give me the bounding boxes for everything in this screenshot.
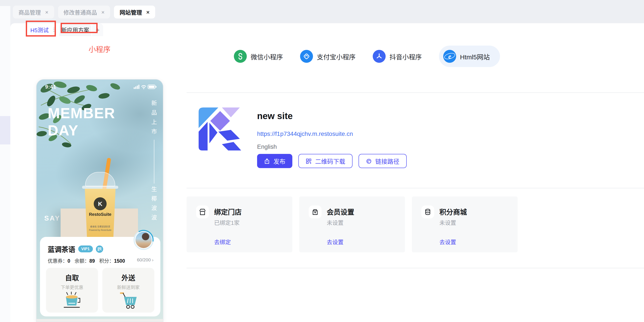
platform-html5[interactable]: e Html5网站 [439,46,500,67]
pickup-title: 自取 [46,272,98,282]
tab-edit-product[interactable]: 修改普通商品 × [58,6,110,18]
settings-cards: 绑定门店 已绑定1家 去绑定 会员设置 未设置 去设置 积分商城 未设置 去设置 [186,196,518,252]
tab-label: 修改普通商品 [64,8,97,16]
vip-badge: VIP1 [78,246,93,252]
card-status: 已绑定1家 [214,218,240,226]
annotation-box-new-plan [60,23,98,33]
card-bind-store: 绑定门店 已绑定1家 去绑定 [186,196,292,252]
platform-wechat[interactable]: 微信小程序 [234,50,283,63]
go-setup-link[interactable]: 去设置 [327,238,344,246]
douyin-mini-program-icon [373,50,386,63]
member-card: 蓝调茶语 VIP1 优惠券：0 余额：89 积分：1500 [40,237,160,316]
storefront-icon [196,206,209,218]
status-icons [134,84,157,90]
card-title: 会员设置 [327,206,354,217]
cart-illustration-icon [117,291,140,309]
avatar [136,232,152,248]
next-section-strip [36,319,163,322]
delivery-title: 外送 [102,272,154,282]
rail-selected-indicator [0,116,10,144]
qr-download-button[interactable]: 二维码下载 [298,154,352,168]
tab-site-management[interactable]: 网站管理 × [114,6,155,18]
bubble-tea-cup: K RestoSuite 睿食拓·生椰波波奶茶 Powered by Resto… [84,189,116,240]
phone-status-bar: 9:41 [36,84,163,90]
restosuite-logo [198,108,242,150]
go-bind-link[interactable]: 去绑定 [214,238,231,246]
site-name: new site [257,111,293,121]
platform-label: 支付宝小程序 [317,52,356,61]
cup-lid-rim [82,186,118,189]
divider [186,268,644,268]
annotation-box-h5 [26,21,56,36]
vertical-text-coconut: 生椰波波 [150,186,158,224]
tab-goods-management[interactable]: 商品管理 × [13,6,54,18]
qr-code-icon [306,158,312,164]
avatar-progress-ring[interactable] [133,229,154,251]
member-qr-icon[interactable] [96,245,103,252]
store-name: 蓝调茶语 [48,244,75,254]
publish-icon [264,158,270,164]
alipay-mini-program-icon [300,50,313,63]
card-title: 绑定门店 [214,206,242,217]
tab-list: 商品管理 × 修改普通商品 × 网站管理 × [13,6,155,18]
platform-selector: 微信小程序 支付宝小程序 抖音小程序 [234,46,500,67]
platform-alipay[interactable]: 支付宝小程序 [300,50,356,63]
platform-label: 微信小程序 [251,52,283,61]
platform-label: 抖音小程序 [390,52,422,61]
order-actions: 自取 下单更优惠 外送 新鲜送到家 [46,268,154,312]
cup-logo: K [94,197,106,210]
card-status: 未设置 [439,218,456,226]
platform-label: Html5网站 [460,52,490,61]
tab-label: 网站管理 [120,8,142,16]
cup-brand-text: RestoSuite [84,212,116,217]
hero-title: MEMBER DAY [48,104,115,139]
points-coins-icon [421,206,434,218]
platform-douyin[interactable]: 抖音小程序 [373,50,422,63]
card-title: 积分商城 [439,206,467,217]
close-icon[interactable]: × [146,9,150,15]
cup-label-text: 睿食拓·生椰波波奶茶 Powered by RestoSuite [84,225,116,232]
pickup-desc: 下单更优惠 [46,284,98,290]
tab-bar: 商品管理 × 修改普通商品 × 网站管理 × [0,0,644,23]
delivery-card[interactable]: 外送 新鲜送到家 [102,268,154,312]
member-name-row: 蓝调茶语 VIP1 [48,244,103,254]
vertical-text-new-product: 新品上市 [150,100,158,138]
divider [186,92,644,93]
close-icon[interactable]: × [101,9,104,15]
site-language: English [257,143,277,150]
close-icon[interactable]: × [45,9,48,15]
divider [186,188,644,188]
delivery-desc: 新鲜送到家 [102,284,154,290]
left-rail[interactable] [0,6,10,322]
link-icon [366,158,372,164]
site-actions: 发布 二维码下载 链接路径 [257,154,407,168]
html5-website-icon: e [443,50,456,63]
tab-label: 商品管理 [18,8,41,16]
vertical-divider-line [154,140,154,184]
pickup-card[interactable]: 自取 下单更优惠 [46,268,98,312]
publish-button[interactable]: 发布 [257,154,292,168]
wechat-mini-program-icon [234,50,247,63]
annotation-mini-program-label: 小程序 [88,44,110,54]
status-time: 9:41 [45,84,56,90]
member-bag-icon [309,206,322,218]
go-setup-link[interactable]: 去设置 [439,238,456,246]
member-stats: 优惠券：0 余额：89 积分：1500 [48,257,125,264]
content-panel: H5测试 ⋮ 新应用方案 + 小程序 微信小程序 [10,23,644,322]
site-url-link[interactable]: https://f1p7344qjchv.m.restosuite.cn [257,130,353,137]
phone-preview: 9:41 [36,79,163,322]
card-member-settings: 会员设置 未设置 去设置 [299,196,405,252]
card-status: 未设置 [327,218,344,226]
cup-illustration-icon [61,291,83,309]
card-points-mall: 积分商城 未设置 去设置 [412,196,518,252]
link-path-button[interactable]: 链接路径 [358,154,407,168]
app-root: 商品管理 × 修改普通商品 × 网站管理 × H5测试 ⋮ 新应用方案 + [0,0,644,322]
points-progress[interactable]: 60/200 › [137,257,154,262]
